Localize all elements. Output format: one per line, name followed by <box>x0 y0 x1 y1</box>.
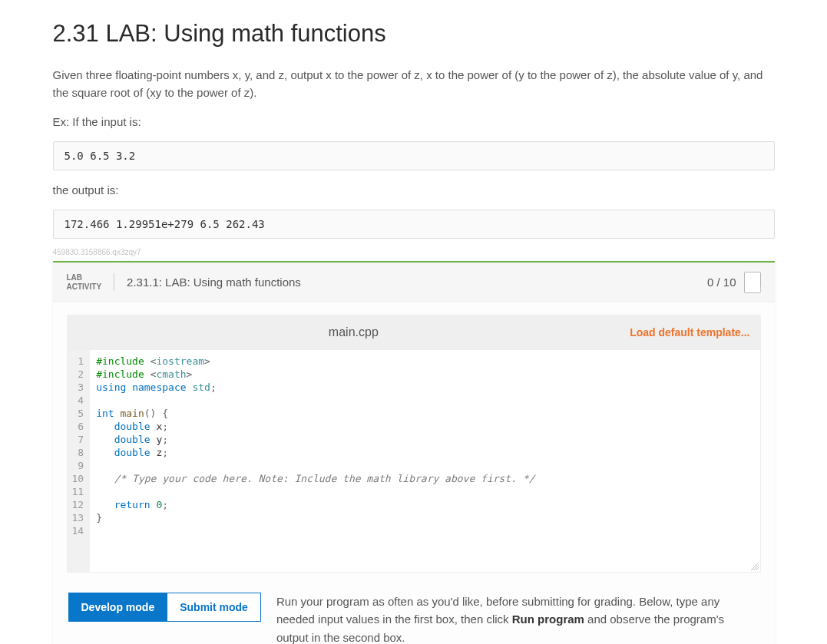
filename-label: main.cpp <box>329 325 379 339</box>
lab-activity-label: LAB ACTIVITY <box>67 273 115 291</box>
example-input-label: Ex: If the input is: <box>53 113 775 130</box>
intro-text: Given three floating-point numbers x, y,… <box>53 66 775 102</box>
resize-handle-icon[interactable] <box>751 563 759 570</box>
example-output-block: 172.466 1.29951e+279 6.5 262.43 <box>53 210 775 239</box>
file-header: main.cpp Load default template... <box>67 315 761 350</box>
code-area[interactable]: #include <iostream>#include <cmath>using… <box>90 350 759 572</box>
mode-help-text: Run your program as often as you'd like,… <box>276 593 759 644</box>
line-number-gutter: 1234567891011121314 <box>68 350 91 572</box>
example-output-label: the output is: <box>53 181 775 199</box>
mode-row: Develop mode Submit mode Run your progra… <box>67 593 761 644</box>
lab-header: LAB ACTIVITY 2.31.1: LAB: Using math fun… <box>53 263 775 302</box>
submit-mode-button[interactable]: Submit mode <box>167 593 261 622</box>
develop-mode-button[interactable]: Develop mode <box>68 593 168 622</box>
lab-score: 0 / 10 <box>707 276 736 289</box>
page-title: 2.31 LAB: Using math functions <box>53 20 775 48</box>
mode-buttons: Develop mode Submit mode <box>68 593 261 622</box>
example-input-block: 5.0 6.5 3.2 <box>53 141 775 170</box>
lab-title: 2.31.1: LAB: Using math functions <box>127 276 707 289</box>
load-default-template-button[interactable]: Load default template... <box>630 326 749 339</box>
code-editor[interactable]: 1234567891011121314 #include <iostream>#… <box>67 350 761 573</box>
lab-activity-panel: LAB ACTIVITY 2.31.1: LAB: Using math fun… <box>53 261 775 644</box>
bookmark-icon[interactable] <box>744 272 761 293</box>
resource-id: 459830.3158866.qx3zqy7 <box>53 248 775 256</box>
